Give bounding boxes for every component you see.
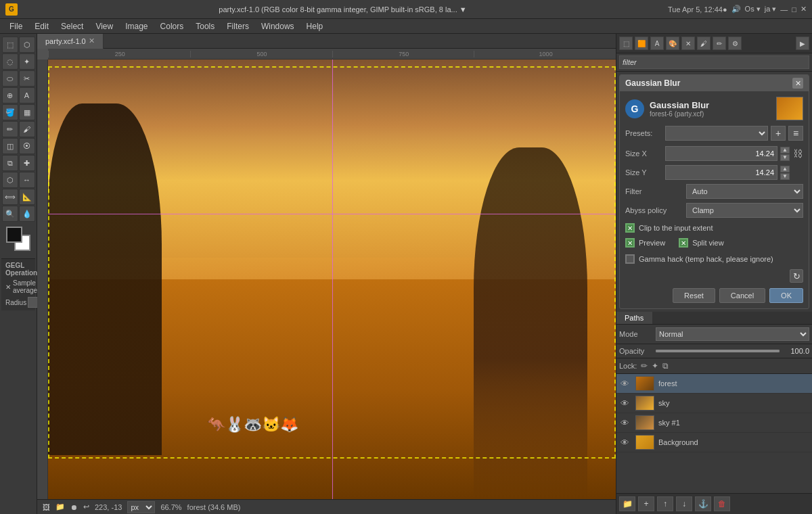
menu-edit[interactable]: Edit [29, 20, 54, 32]
layer-visibility-toggle[interactable]: 👁 [621, 398, 631, 408]
lock-position-icon[interactable]: ✦ [652, 361, 658, 371]
canvas-tab[interactable]: party.xcf-1.0 ✕ [37, 34, 104, 49]
tool-select-color[interactable]: ⬭ [2, 70, 18, 87]
menu-windows[interactable]: Windows [256, 20, 300, 32]
size-x-up[interactable]: ▲ [780, 147, 790, 154]
size-x-row: Size X ▲ ▼ ⛓ [625, 146, 803, 161]
presets-add-button[interactable]: + [771, 126, 786, 141]
menu-select[interactable]: Select [55, 20, 89, 32]
maximize-button[interactable]: □ [792, 5, 796, 14]
unit-select[interactable]: px mm [127, 501, 155, 513]
tool-text[interactable]: A [19, 87, 35, 103]
tool-paintbrush[interactable]: 🖌 [19, 121, 35, 137]
nav-icon-4[interactable]: ↩ [83, 503, 89, 511]
tool-transform[interactable]: ↔ [19, 172, 35, 188]
strip-icon-1[interactable]: ⬚ [619, 37, 633, 50]
os-label[interactable]: Os ▾ [745, 5, 761, 14]
size-y-input[interactable] [665, 165, 777, 180]
tool-pencil[interactable]: ✏ [2, 121, 18, 137]
tool-flip[interactable]: ⟺ [2, 189, 18, 205]
size-chain[interactable]: ⛓ [792, 148, 803, 159]
nav-icon-2[interactable]: 📁 [55, 503, 65, 511]
strip-icon-8[interactable]: ⚙ [728, 37, 742, 50]
layer-item[interactable]: 👁 Background [616, 433, 812, 452]
menu-filters[interactable]: Filters [221, 20, 254, 32]
layer-visibility-toggle[interactable]: 👁 [621, 379, 631, 389]
close-button[interactable]: ✕ [800, 5, 807, 14]
filter-select[interactable]: Auto Linear [686, 184, 803, 199]
size-x-down[interactable]: ▼ [780, 154, 790, 161]
presets-select[interactable] [665, 126, 768, 141]
layer-item[interactable]: 👁 sky #1 [616, 413, 812, 433]
minimize-button[interactable]: — [780, 5, 788, 14]
strip-icon-4[interactable]: 🎨 [666, 37, 679, 50]
layer-item[interactable]: 👁 forest [616, 374, 812, 394]
tool-ellipse-select[interactable]: ⬡ [19, 37, 35, 53]
nav-icon-3[interactable]: ⏺ [70, 503, 78, 511]
delete-layer-button[interactable]: 🗑 [714, 496, 730, 511]
tool-rect-select[interactable]: ⬚ [2, 37, 18, 53]
tool-measure[interactable]: 📐 [19, 189, 35, 205]
canvas-tab-close[interactable]: ✕ [89, 37, 95, 45]
strip-icon-2[interactable]: 🟧 [635, 37, 648, 50]
strip-icon-5[interactable]: ✕ [681, 37, 695, 50]
menu-image[interactable]: Image [120, 20, 153, 32]
tool-free-select[interactable]: ◌ [2, 53, 18, 70]
strip-icon-3[interactable]: A [650, 37, 664, 50]
volume-icon[interactable]: 🔊 [731, 5, 741, 14]
tool-blend[interactable]: ▦ [19, 104, 35, 120]
tool-colorpicker[interactable]: 💧 [19, 206, 35, 222]
menu-colors[interactable]: Colors [155, 20, 189, 32]
tool-fuzzy-select[interactable]: ✦ [19, 53, 35, 70]
tool-bucket-fill[interactable]: 🪣 [2, 104, 18, 120]
tab-paths[interactable]: Paths [616, 312, 652, 324]
clip-checkbox[interactable]: ✕ [625, 223, 635, 233]
user-label[interactable]: ja ▾ [765, 5, 777, 14]
layer-visibility-toggle[interactable]: 👁 [621, 438, 631, 448]
strip-icon-7[interactable]: ✏ [713, 37, 726, 50]
lock-alpha-icon[interactable]: ⧉ [662, 361, 669, 371]
cancel-button[interactable]: Cancel [719, 288, 765, 303]
layer-visibility-toggle[interactable]: 👁 [621, 418, 631, 428]
canvas-scroll-area[interactable]: 🦘🐰🦝🐱🦊 [48, 60, 616, 499]
preview-checkbox[interactable]: ✕ [625, 238, 635, 248]
sample-avg-row[interactable]: ✕ Sample average [3, 278, 34, 296]
tool-clone[interactable]: ⧉ [2, 155, 18, 171]
ok-button[interactable]: OK [769, 288, 803, 303]
new-layer-group-button[interactable]: 📁 [619, 496, 635, 511]
new-layer-button[interactable]: + [638, 496, 654, 511]
layer-item[interactable]: 👁 sky [616, 394, 812, 413]
menu-help[interactable]: Help [301, 20, 329, 32]
tool-airbrush[interactable]: ⦿ [19, 138, 35, 154]
dialog-close-button[interactable]: ✕ [792, 78, 803, 89]
move-layer-up-button[interactable]: ↑ [657, 496, 673, 511]
menu-file[interactable]: File [4, 20, 28, 32]
abyss-select[interactable]: Clamp Loop [686, 203, 803, 218]
nav-icon-1[interactable]: 🖾 [43, 503, 50, 511]
size-x-input[interactable] [665, 146, 777, 161]
reset-button[interactable]: Reset [673, 288, 715, 303]
filter-search-input[interactable] [619, 55, 809, 69]
tool-heal[interactable]: ✚ [19, 155, 35, 171]
tool-zoom[interactable]: 🔍 [2, 206, 18, 222]
tool-paths[interactable]: ⊕ [2, 87, 18, 103]
tool-scissors[interactable]: ✂ [19, 70, 35, 87]
gamma-checkbox[interactable] [625, 254, 635, 264]
mode-select[interactable]: Normal Multiply Screen [656, 327, 809, 341]
menu-tools[interactable]: Tools [190, 20, 220, 32]
panel-arrow[interactable]: ▶ [796, 37, 809, 50]
size-y-down[interactable]: ▼ [780, 173, 790, 180]
foreground-color[interactable] [6, 227, 22, 243]
tool-perspective[interactable]: ⬡ [2, 172, 18, 188]
strip-icon-6[interactable]: 🖌 [697, 37, 710, 50]
anchor-layer-button[interactable]: ⚓ [695, 496, 711, 511]
size-y-up[interactable]: ▲ [780, 166, 790, 172]
menu-view[interactable]: View [90, 20, 118, 32]
presets-menu-button[interactable]: ≡ [788, 126, 803, 141]
split-view-checkbox[interactable]: ✕ [679, 238, 688, 248]
move-layer-down-button[interactable]: ↓ [676, 496, 692, 511]
lock-pixels-icon[interactable]: ✏ [641, 361, 648, 371]
opacity-slider[interactable] [656, 350, 780, 352]
tool-eraser[interactable]: ◫ [2, 138, 18, 154]
refresh-button[interactable]: ↻ [790, 269, 803, 283]
